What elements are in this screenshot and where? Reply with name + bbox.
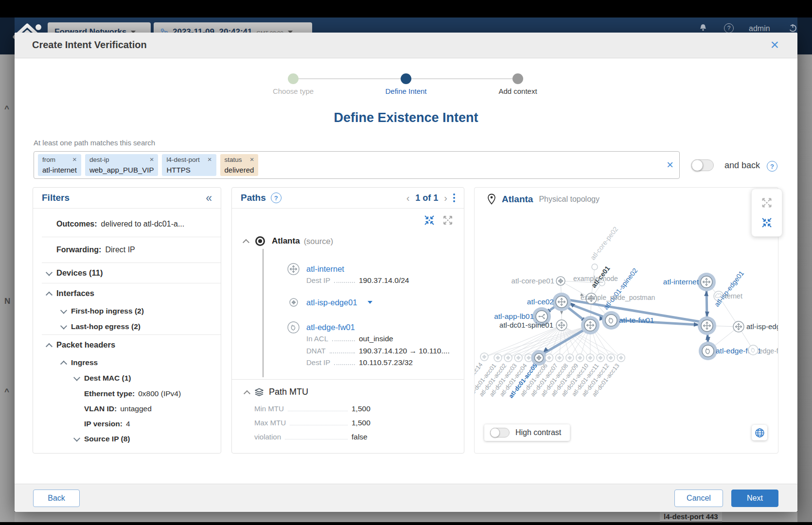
path-hop-row: atl-edge-fw01 (287, 321, 355, 334)
node-label[interactable]: atl-ce02 (527, 298, 554, 306)
graph-node-atl-dc01-acc10[interactable] (586, 354, 594, 362)
mtu-row: Max MTU1,500 (254, 419, 386, 427)
graph-node-atl-dc01-acc12[interactable] (607, 354, 615, 362)
back-button[interactable]: Back (33, 490, 80, 507)
expand-icon[interactable] (442, 215, 453, 226)
close-icon[interactable]: × (770, 36, 779, 53)
graph-node-atl-dc01-acc03[interactable] (514, 354, 522, 362)
user-menu[interactable]: admin (749, 24, 770, 33)
chevron-down-icon (73, 435, 80, 442)
graph-node-atl-dc01-spine01[interactable] (556, 320, 567, 331)
graph-node-atl-dc01-acc01[interactable] (494, 354, 502, 362)
graph-node-atl-dc01-acc08[interactable] (566, 354, 574, 362)
search-chip-status[interactable]: status×delivered (220, 154, 259, 176)
graph-node-atl-edge-fw01[interactable] (699, 342, 717, 360)
filter-row[interactable]: Packet headers (33, 335, 221, 355)
filter-row[interactable]: Interfaces (33, 283, 221, 303)
path-hop-row: atl-isp-edge01 (287, 298, 372, 307)
chip-remove-icon[interactable]: × (150, 156, 154, 163)
chevron-down-icon (73, 374, 80, 381)
graph-node-atl-dc01-acc14[interactable] (480, 353, 488, 361)
hop-link-atl-edge-fw01[interactable]: atl-edge-fw01 (306, 323, 355, 332)
graph-node-atl-dc01-acc07[interactable] (556, 354, 564, 362)
graph-node-atl-ce02[interactable] (552, 293, 571, 311)
node-label[interactable]: atl-app-lb01 (494, 312, 534, 320)
screen: Forward Networks 2023-11-09, 20:42:41 GM… (0, 0, 812, 525)
step-connector (411, 78, 512, 79)
source-name: Atlanta (272, 236, 300, 246)
search-label: At least one path matches this search (34, 139, 155, 147)
cancel-button[interactable]: Cancel (674, 490, 723, 507)
mtu-row: Min MTU1,500 (254, 404, 386, 413)
graph-node-right-hub[interactable] (698, 316, 716, 335)
path-pagination: 1 of 1 (415, 193, 438, 203)
prev-path-icon[interactable]: ‹ (406, 192, 410, 204)
graph-node-atl-dc01-acc06[interactable] (546, 354, 553, 362)
router-small-icon (289, 298, 299, 307)
filter-row[interactable]: Ingress (33, 355, 221, 370)
hop-link-atl-internet[interactable]: atl-internet (306, 264, 344, 274)
chip-remove-icon[interactable]: × (250, 156, 254, 163)
graph-node-atl-core-pe01[interactable] (556, 277, 565, 285)
chip-remove-icon[interactable]: × (208, 156, 212, 163)
path-source-row[interactable]: Atlanta (source) (244, 236, 333, 246)
filter-row[interactable]: Last-hop egress (2) (33, 319, 221, 334)
hop-link-atl-isp-edge01[interactable]: atl-isp-edge01 (306, 298, 357, 307)
firewall-icon (287, 321, 300, 334)
step-dot-add-context[interactable] (512, 73, 523, 84)
graph-node-atl-dc01-acc11[interactable] (597, 354, 604, 362)
node-label: ternet (725, 292, 742, 300)
graph-node-atl-dc01-acc02[interactable] (504, 354, 512, 362)
chevron-down-icon (46, 269, 53, 276)
chip-remove-icon[interactable]: × (72, 156, 77, 163)
graph-node-atl-internet[interactable] (697, 273, 716, 291)
collapse-icon[interactable] (424, 215, 435, 226)
collapse-icon[interactable] (761, 217, 773, 228)
graph-node-ghost-fw[interactable] (748, 345, 758, 355)
hop-detail-row: Dest IP10.110.57.23/32 (306, 358, 452, 367)
filter-row[interactable]: Source IP (8) (33, 431, 221, 447)
menu-dots-icon[interactable] (453, 193, 455, 202)
collapse-panel-icon[interactable]: « (206, 193, 212, 202)
graph-node-pe02-node[interactable] (592, 264, 598, 270)
node-label[interactable]: atl-internet (663, 278, 699, 286)
chevron-down-icon[interactable] (368, 301, 372, 304)
filter-row[interactable]: First-hop ingress (2) (33, 303, 221, 319)
chip-key: l4-dest-port (166, 156, 199, 163)
search-input[interactable]: from×atl-internetdest-ip×web_app_PUB_VIP… (34, 151, 680, 179)
help-icon[interactable]: ? (724, 23, 734, 33)
and-back-label: and back (724, 160, 760, 171)
node-label[interactable]: atl-te-fw01 (619, 316, 654, 324)
next-path-icon[interactable]: › (444, 192, 447, 204)
graph-node-hub[interactable] (581, 316, 600, 334)
and-back-toggle[interactable] (691, 159, 714, 171)
dialog-footer: Back Cancel Next (15, 484, 797, 512)
filter-row[interactable]: Dest MAC (1) (33, 370, 221, 386)
next-button[interactable]: Next (731, 490, 778, 507)
filters-header: Filters « (33, 188, 221, 209)
step-label-choose-type: Choose type (273, 87, 314, 95)
dimmed-sidebar-glyph: ^ (4, 387, 9, 397)
search-chip-l4-dest-port[interactable]: l4-dest-port×HTTPS (162, 154, 216, 176)
topology-graph[interactable]: atl-dc01-acc14atl-dc01-acc01atl-dc01-acc… (475, 188, 778, 454)
chevron-down-icon (60, 307, 67, 314)
node-label[interactable]: atl-isp-edge01 (713, 269, 745, 308)
filter-row[interactable]: Devices (11) (33, 263, 221, 283)
graph-node-atl-dc01-acc13[interactable] (617, 354, 625, 362)
chevron-up-icon (46, 343, 53, 350)
clear-search-icon[interactable]: × (667, 158, 673, 172)
expand-icon[interactable] (761, 197, 773, 209)
high-contrast-toggle[interactable] (490, 428, 510, 438)
graph-node-atl-dc01-acc09[interactable] (576, 354, 584, 362)
path-mtu-header[interactable]: Path MTU (245, 387, 308, 397)
graph-node-atl-isp-edge[interactable] (733, 321, 744, 332)
search-chip-from[interactable]: from×atl-internet (38, 154, 81, 176)
chip-value: HTTPS (166, 166, 212, 174)
paths-help-icon[interactable]: ? (271, 192, 282, 203)
step-dot-choose-type[interactable] (288, 73, 299, 84)
step-dot-define-intent[interactable] (401, 73, 411, 84)
and-back-help-icon[interactable]: ? (767, 161, 777, 172)
search-chip-dest-ip[interactable]: dest-ip×web_app_PUB_VIP (85, 154, 159, 176)
graph-node-atl-te-fw01[interactable] (602, 311, 620, 330)
globe-icon[interactable] (752, 425, 767, 440)
